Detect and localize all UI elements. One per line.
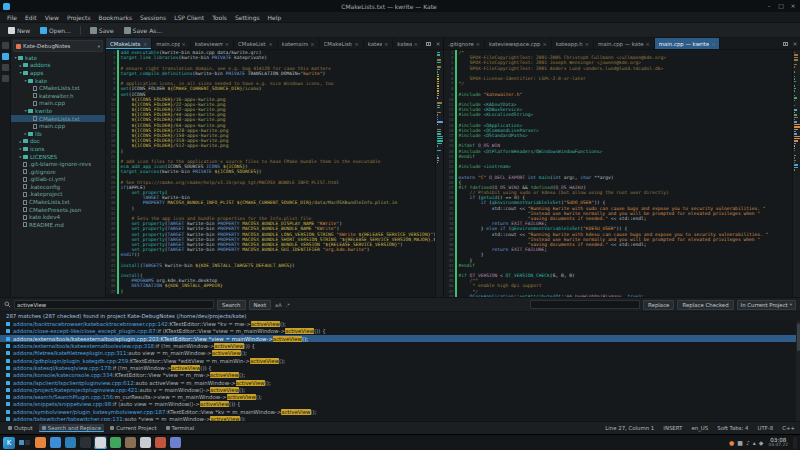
tree-item-main-cpp[interactable]: main.cpp — [11, 122, 105, 130]
maximize-button[interactable]: □ — [777, 2, 785, 10]
input-mode[interactable]: INSERT — [663, 425, 682, 431]
project-selector[interactable]: Kate-DebugNotes ▾ — [13, 40, 103, 52]
tree-item-addons[interactable]: ▸addons — [11, 62, 105, 70]
menu-projects[interactable]: Projects — [63, 14, 95, 21]
checkbox-icon[interactable] — [6, 337, 10, 341]
checkbox-icon[interactable] — [6, 344, 10, 348]
scrollbar-handle[interactable] — [797, 323, 800, 351]
search-result-row[interactable]: addons/gdbplugin/plugin_kategdb.cpp:259:… — [0, 357, 800, 364]
close-icon[interactable]: × — [711, 41, 715, 47]
checkbox-icon[interactable] — [6, 329, 10, 333]
tree-item-cmakelists-txt[interactable]: CMakeLists.txt — [11, 198, 105, 206]
tree-item-main-cpp[interactable]: main.cpp — [11, 100, 105, 108]
tree-item-kateconfig[interactable]: .kateconfig — [11, 183, 105, 191]
documents-icon[interactable] — [2, 42, 9, 49]
taskbar-app-icon-2[interactable] — [49, 436, 62, 449]
minimap-right[interactable] — [792, 50, 800, 297]
tree-item-apps[interactable]: ▾apps — [11, 69, 105, 77]
match-case-toggle[interactable]: aA — [274, 302, 282, 308]
network-icon[interactable]: ▴ — [753, 438, 756, 448]
close-icon[interactable]: × — [585, 41, 589, 47]
search-result-row[interactable]: addons/snippets/snippetview.cpp:98: if (… — [0, 401, 800, 408]
open-button[interactable]: Open... — [36, 26, 75, 35]
dictionary[interactable]: en_US — [691, 425, 708, 431]
search-result-row[interactable]: addons/close-except-like/close_except_pl… — [0, 328, 800, 335]
close-document-icon[interactable]: × — [433, 38, 443, 49]
tab-main-cpp-kwrite[interactable]: main.cpp — kwrite× — [152, 38, 191, 49]
tree-item-kate[interactable]: ▾kate — [11, 77, 105, 85]
search-result-row[interactable]: addons/search/SearchPlugin.cpp:156: m_cu… — [0, 393, 800, 400]
close-icon[interactable]: × — [268, 41, 272, 47]
menu-bookmarks[interactable]: Bookmarks — [95, 14, 137, 21]
tree-item-kateproject[interactable]: .kateproject — [11, 191, 105, 199]
checkbox-icon[interactable] — [6, 359, 10, 363]
toolview-output-button[interactable]: Output — [5, 424, 36, 432]
tree-item-git-blame-ignore-revs[interactable]: .git-blame-ignore-revs — [11, 160, 105, 168]
tab-katewaiter-h[interactable]: katewaiter.h× — [364, 38, 394, 49]
menu-help[interactable]: Help — [264, 14, 286, 21]
tree-item-icons[interactable]: ▸icons — [11, 145, 105, 153]
taskbar-app-icon-3[interactable] — [64, 436, 77, 449]
taskbar-app-icon-9[interactable] — [154, 436, 167, 449]
taskbar-app-icon-6[interactable] — [109, 436, 122, 449]
menu-tools[interactable]: Tools — [208, 14, 231, 21]
highlight-mode[interactable]: C++ — [782, 425, 795, 431]
tree-item-kate-kdev4[interactable]: kate.kdev4 — [11, 213, 105, 221]
checkbox-icon[interactable] — [6, 402, 10, 406]
tab-cmakelists-txt-kwrite[interactable]: CMakeLists.txt — kwrite× — [106, 38, 152, 49]
tree-item-cmakelists-txt[interactable]: CMakeLists.txt — [11, 115, 105, 123]
tab-kateviewmanager-cpp[interactable]: kateviewmanager.cpp× — [191, 38, 234, 49]
checkbox-icon[interactable] — [6, 351, 10, 355]
close-icon[interactable]: × — [646, 41, 650, 47]
next-button[interactable]: Next — [249, 300, 272, 310]
code-line[interactable]: 47) — [106, 289, 435, 294]
desktop-1[interactable] — [19, 440, 24, 445]
tree-item-katewaiter-h[interactable]: katewaiter.h — [11, 92, 105, 100]
desktop-2[interactable] — [25, 440, 30, 445]
taskbar-app-icon-kate[interactable] — [94, 436, 107, 449]
tab-katemainwindow-cpp[interactable]: katemainwindow.cpp× — [278, 38, 320, 49]
tab-main-cpp-kwrite[interactable]: main.cpp — kwrite× — [655, 38, 721, 49]
menu-file[interactable]: File — [3, 14, 21, 21]
checkbox-icon[interactable] — [6, 322, 10, 326]
tree-item-kwrite[interactable]: ▾kwrite — [11, 107, 105, 115]
menu-settings[interactable]: Settings — [231, 14, 264, 21]
search-result-row[interactable]: addons/externaltools/kateexternaltoolspl… — [0, 335, 800, 342]
checkbox-icon[interactable] — [6, 373, 10, 377]
search-result-row[interactable]: addons/filetree/katefiletreeplugin.cpp:3… — [0, 350, 800, 357]
toolview-terminal-button[interactable]: Terminal — [163, 424, 198, 432]
close-icon[interactable]: × — [310, 41, 314, 47]
tree-item-gitignore[interactable]: .gitignore — [11, 168, 105, 176]
taskbar-app-icon-10[interactable] — [169, 436, 182, 449]
close-button[interactable]: × — [789, 2, 797, 10]
search-result-row[interactable]: addons/katesql/katesqlview.cpp:178: if (… — [0, 364, 800, 371]
tree-item-kate[interactable]: ▾kate — [11, 54, 105, 62]
tree-item-cmakelists-txt[interactable]: CMakeLists.txt — [11, 84, 105, 92]
replace-button[interactable]: Replace — [643, 300, 674, 310]
search-button[interactable]: Search — [217, 300, 246, 310]
split-view-icon[interactable] — [423, 38, 433, 49]
notifications-icon[interactable]: ◆ — [759, 438, 764, 448]
tab-kateapp-h[interactable]: kateapp.h× — [552, 38, 594, 49]
digital-clock[interactable]: 03:08 03.07.22 — [768, 437, 788, 448]
tab-kateviewspace-cpp[interactable]: kateviewspace.cpp× — [485, 38, 552, 49]
text-area-left[interactable]: 1add_executable(kwrite-bin main.cpp data… — [106, 50, 435, 297]
virtual-desktop-pager[interactable] — [19, 440, 30, 445]
tree-item-doc[interactable]: ▸doc — [11, 138, 105, 146]
tree-item-lib[interactable]: ▸lib — [11, 130, 105, 138]
checkbox-icon[interactable] — [6, 366, 10, 370]
search-result-row[interactable]: addons/project/kateprojectpluginview.cpp… — [0, 386, 800, 393]
close-icon[interactable]: × — [143, 41, 147, 47]
checkbox-icon[interactable] — [6, 381, 10, 385]
close-icon[interactable]: × — [225, 41, 229, 47]
volume-icon[interactable]: ♪ — [746, 438, 750, 448]
close-icon[interactable]: × — [414, 41, 418, 47]
menu-view[interactable]: View — [41, 14, 63, 21]
close-icon[interactable]: × — [182, 41, 186, 47]
checkbox-icon[interactable] — [6, 395, 10, 399]
tab-kateapp-cpp[interactable]: kateapp.cpp× — [393, 38, 423, 49]
git-icon[interactable] — [2, 75, 9, 82]
checkbox-icon[interactable] — [6, 388, 10, 392]
taskbar-app-icon-4[interactable] — [79, 436, 92, 449]
search-result-row[interactable]: addons/symbolviewer/plugin_katesymbolvie… — [0, 408, 800, 415]
